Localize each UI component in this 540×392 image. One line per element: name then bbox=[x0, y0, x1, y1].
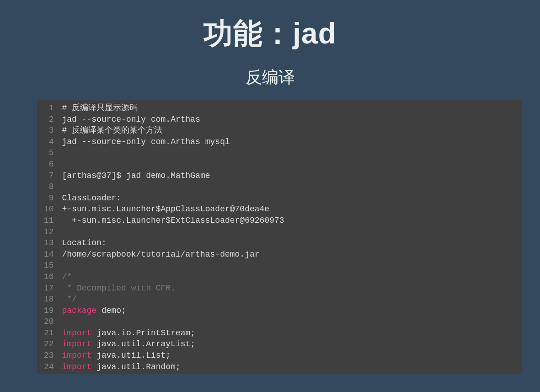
line-number: 10 bbox=[37, 204, 62, 215]
code-line: 18 */ bbox=[37, 294, 522, 305]
code-line: 6 bbox=[37, 159, 522, 170]
line-number: 19 bbox=[37, 305, 62, 317]
line-number: 24 bbox=[37, 361, 62, 373]
code-line: 3# 反编译某个类的某个方法 bbox=[37, 125, 522, 136]
page-title: 功能：jad bbox=[203, 14, 336, 54]
line-number: 20 bbox=[37, 316, 62, 328]
code-line: 8 bbox=[37, 181, 522, 193]
code-line: 2jad --source-only com.Arthas bbox=[37, 114, 522, 125]
code-line: 9ClassLoader: bbox=[37, 193, 522, 204]
line-number: 2 bbox=[37, 114, 62, 125]
code-line: 15 bbox=[37, 260, 522, 271]
line-text bbox=[62, 260, 67, 271]
code-line: 13Location: bbox=[37, 237, 522, 249]
line-number: 14 bbox=[37, 249, 62, 260]
line-number: 4 bbox=[37, 136, 62, 148]
code-line: 5 bbox=[37, 147, 522, 159]
line-number: 5 bbox=[37, 147, 62, 159]
line-text: Location: bbox=[62, 237, 107, 249]
line-text: # 反编译某个类的某个方法 bbox=[62, 125, 163, 136]
line-number: 3 bbox=[37, 125, 62, 136]
code-content: 1# 反编译只显示源码2jad --source-only com.Arthas… bbox=[37, 100, 522, 374]
slide: 功能：jad 反编译 1# 反编译只显示源码2jad --source-only… bbox=[0, 0, 540, 392]
code-line: 21import java.io.PrintStream; bbox=[37, 328, 522, 339]
line-number: 8 bbox=[37, 181, 62, 193]
code-line: 12 bbox=[37, 226, 522, 238]
line-text: ClassLoader: bbox=[62, 193, 122, 204]
line-text bbox=[62, 147, 67, 159]
code-line: 24import java.util.Random; bbox=[37, 361, 522, 373]
code-line: 17 * Decompiled with CFR. bbox=[37, 283, 522, 294]
line-number: 6 bbox=[37, 159, 62, 170]
code-line: 4jad --source-only com.Arthas mysql bbox=[37, 136, 522, 148]
line-text: * Decompiled with CFR. bbox=[62, 283, 176, 294]
code-block[interactable]: 1# 反编译只显示源码2jad --source-only com.Arthas… bbox=[37, 100, 522, 374]
line-text bbox=[62, 159, 67, 170]
code-line: 14/home/scrapbook/tutorial/arthas-demo.j… bbox=[37, 249, 522, 260]
line-number: 7 bbox=[37, 170, 62, 182]
line-number: 15 bbox=[37, 260, 62, 271]
line-number: 12 bbox=[37, 226, 62, 238]
line-text: +-sun.misc.Launcher$AppClassLoader@70dea… bbox=[62, 204, 270, 215]
line-number: 17 bbox=[37, 283, 62, 294]
line-number: 9 bbox=[37, 193, 62, 204]
line-text: */ bbox=[62, 294, 77, 305]
line-text: import java.util.List; bbox=[62, 350, 171, 361]
line-text bbox=[62, 316, 67, 328]
code-line: 16/* bbox=[37, 271, 522, 283]
line-text: jad --source-only com.Arthas bbox=[62, 114, 200, 125]
code-line: 10+-sun.misc.Launcher$AppClassLoader@70d… bbox=[37, 204, 522, 215]
code-line: 23import java.util.List; bbox=[37, 350, 522, 361]
page-subtitle: 反编译 bbox=[246, 66, 295, 89]
code-line: 7[arthas@37]$ jad demo.MathGame bbox=[37, 170, 522, 182]
line-text bbox=[62, 181, 67, 193]
line-text: +-sun.misc.Launcher$ExtClassLoader@69260… bbox=[62, 215, 284, 226]
line-text bbox=[62, 226, 67, 238]
code-line: 19package demo; bbox=[37, 305, 522, 317]
line-text: /* bbox=[62, 271, 72, 283]
line-text: [arthas@37]$ jad demo.MathGame bbox=[62, 170, 210, 182]
line-number: 23 bbox=[37, 350, 62, 361]
line-text: /home/scrapbook/tutorial/arthas-demo.jar bbox=[62, 249, 260, 260]
line-text: # 反编译只显示源码 bbox=[62, 102, 138, 114]
code-line: 1# 反编译只显示源码 bbox=[37, 102, 522, 114]
code-line: 11 +-sun.misc.Launcher$ExtClassLoader@69… bbox=[37, 215, 522, 226]
line-number: 16 bbox=[37, 271, 62, 283]
line-number: 13 bbox=[37, 237, 62, 249]
code-line: 20 bbox=[37, 316, 522, 328]
line-text: import java.io.PrintStream; bbox=[62, 328, 196, 339]
line-text: jad --source-only com.Arthas mysql bbox=[62, 136, 230, 148]
line-number: 18 bbox=[37, 294, 62, 305]
line-text: import java.util.Random; bbox=[62, 361, 181, 373]
line-number: 1 bbox=[37, 102, 62, 114]
line-text: package demo; bbox=[62, 305, 126, 317]
code-line: 22import java.util.ArrayList; bbox=[37, 338, 522, 350]
line-number: 11 bbox=[37, 215, 62, 226]
line-number: 21 bbox=[37, 328, 62, 339]
line-text: import java.util.ArrayList; bbox=[62, 338, 196, 350]
line-number: 22 bbox=[37, 338, 62, 350]
